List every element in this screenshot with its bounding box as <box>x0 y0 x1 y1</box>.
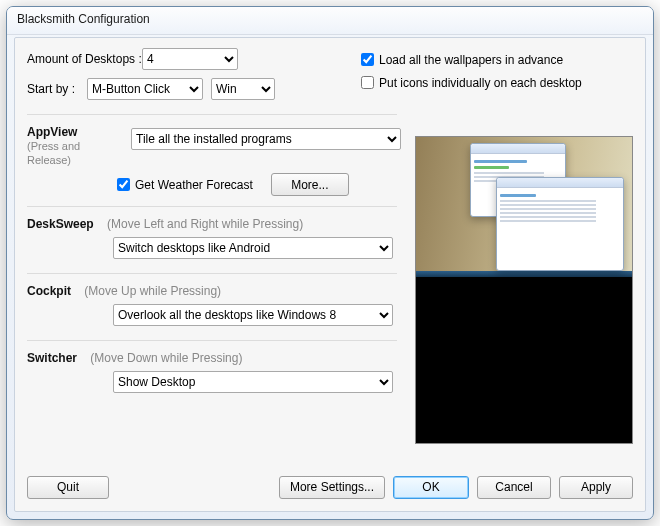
switcher-select[interactable]: Show Desktop <box>113 371 393 393</box>
modifier-select[interactable]: Win <box>211 78 275 100</box>
ok-button[interactable]: OK <box>393 476 469 499</box>
load-wallpapers-label: Load all the wallpapers in advance <box>379 53 563 67</box>
weather-checkbox[interactable] <box>117 178 130 191</box>
weather-row[interactable]: Get Weather Forecast <box>113 175 253 194</box>
preview-panel <box>415 136 633 444</box>
more-button[interactable]: More... <box>271 173 349 196</box>
titlebar[interactable]: Blacksmith Configuration <box>7 7 653 35</box>
desksweep-hint: (Move Left and Right while Pressing) <box>107 217 303 231</box>
switcher-title: Switcher <box>27 351 77 365</box>
desksweep-select[interactable]: Switch desktops like Android <box>113 237 393 259</box>
cancel-button[interactable]: Cancel <box>477 476 551 499</box>
desksweep-title: DeskSweep <box>27 217 94 231</box>
separator <box>27 273 397 274</box>
start-by-select[interactable]: M-Button Click <box>87 78 203 100</box>
client-area: Amount of Desktops : 4 Start by : M-Butt… <box>14 37 646 512</box>
separator <box>27 206 397 207</box>
apply-button[interactable]: Apply <box>559 476 633 499</box>
put-icons-label: Put icons individually on each desktop <box>379 76 582 90</box>
appview-hint: (Press and Release) <box>27 140 80 166</box>
load-wallpapers-checkbox[interactable] <box>361 53 374 66</box>
appview-select[interactable]: Tile all the installed programs <box>131 128 401 150</box>
quit-button[interactable]: Quit <box>27 476 109 499</box>
weather-label: Get Weather Forecast <box>135 178 253 192</box>
start-by-label: Start by : <box>27 82 87 96</box>
put-icons-checkbox[interactable] <box>361 76 374 89</box>
cockpit-hint: (Move Up while Pressing) <box>84 284 221 298</box>
separator <box>27 114 397 115</box>
put-icons-row[interactable]: Put icons individually on each desktop <box>357 73 633 92</box>
cockpit-title: Cockpit <box>27 284 71 298</box>
window-title: Blacksmith Configuration <box>17 12 150 26</box>
footer: Quit More Settings... OK Cancel Apply <box>27 473 633 501</box>
more-settings-button[interactable]: More Settings... <box>279 476 385 499</box>
preview-taskbar <box>416 271 632 277</box>
switcher-hint: (Move Down while Pressing) <box>90 351 242 365</box>
amount-of-desktops-select[interactable]: 4 <box>142 48 238 70</box>
separator <box>27 340 397 341</box>
preview-window-2 <box>496 177 624 271</box>
appview-title: AppView <box>27 125 77 139</box>
cockpit-select[interactable]: Overlook all the desktops like Windows 8 <box>113 304 393 326</box>
app-window: Blacksmith Configuration Amount of Deskt… <box>6 6 654 520</box>
load-wallpapers-row[interactable]: Load all the wallpapers in advance <box>357 50 633 69</box>
amount-of-desktops-label: Amount of Desktops : <box>27 52 142 66</box>
